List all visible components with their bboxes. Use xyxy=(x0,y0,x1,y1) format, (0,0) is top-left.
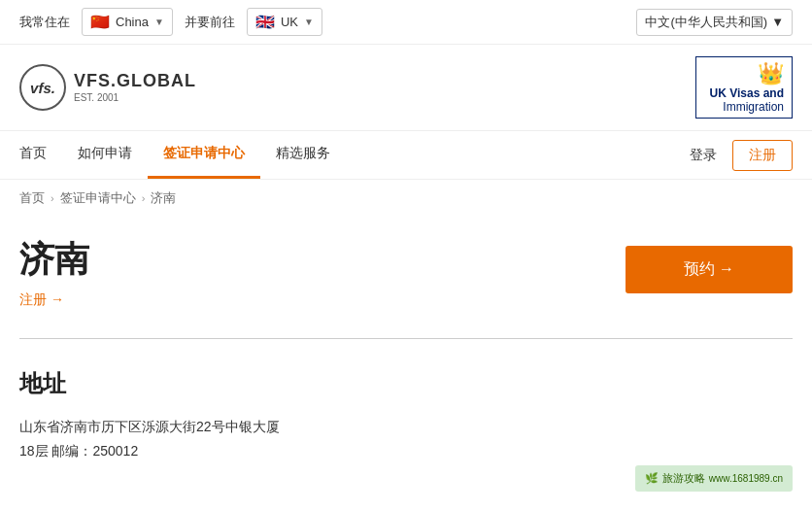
flag-china-icon: 🇨🇳 xyxy=(90,13,110,31)
country-to-value: UK xyxy=(281,15,298,29)
register-link[interactable]: 注册 → xyxy=(19,291,64,309)
nav-how-to-apply[interactable]: 如何申请 xyxy=(62,131,148,179)
address-section-title: 地址 xyxy=(19,368,793,399)
live-in-label: 我常住在 xyxy=(19,14,70,31)
register-button[interactable]: 注册 xyxy=(732,140,793,171)
uk-crown-icon: 👑 xyxy=(758,61,784,86)
logo-text-block: VFS.GLOBAL EST. 2001 xyxy=(74,71,196,104)
flag-uk-icon: 🇬🇧 xyxy=(255,13,275,31)
address-line2: 18层 邮编：250012 xyxy=(19,439,793,463)
nav-visa-center[interactable]: 签证申请中心 xyxy=(148,131,260,179)
country-to-select[interactable]: 🇬🇧 UK ▼ xyxy=(247,8,322,36)
watermark-text1: 旅游攻略 xyxy=(662,471,705,486)
address-section: 地址 山东省济南市历下区泺源大街22号中银大厦 18层 邮编：250012 xyxy=(19,368,793,463)
country-from-select[interactable]: 🇨🇳 China ▼ xyxy=(82,8,173,36)
logo-name: VFS.GLOBAL xyxy=(74,71,196,92)
address-text: 山东省济南市历下区泺源大街22号中银大厦 18层 邮编：250012 xyxy=(19,415,793,463)
uk-logo-line2: Immigration xyxy=(723,100,784,114)
top-bar: 我常住在 🇨🇳 China ▼ 并要前往 🇬🇧 UK ▼ 中文(中华人民共和国)… xyxy=(0,0,812,45)
login-button[interactable]: 登录 xyxy=(674,139,732,172)
chevron-down-icon-3: ▼ xyxy=(771,15,784,29)
uk-visa-logo: 👑 UK Visas and Immigration xyxy=(695,56,793,119)
watermark-text2: www.1681989.cn xyxy=(709,473,783,484)
nav-services[interactable]: 精选服务 xyxy=(260,131,346,179)
language-value: 中文(中华人民共和国) xyxy=(645,14,767,31)
breadcrumb-visa-center[interactable]: 签证申请中心 xyxy=(60,189,136,207)
address-line1: 山东省济南市历下区泺源大街22号中银大厦 xyxy=(19,415,793,439)
navigation: 首页 如何申请 签证申请中心 精选服务 登录 注册 xyxy=(0,131,812,180)
section-divider xyxy=(19,338,793,339)
header: vfs. VFS.GLOBAL EST. 2001 👑 UK Visas and… xyxy=(0,45,812,131)
book-appointment-button[interactable]: 预约 → xyxy=(626,246,793,293)
nav-home[interactable]: 首页 xyxy=(19,131,62,179)
city-info: 济南 注册 → xyxy=(19,236,89,309)
main-content: 济南 注册 → 预约 → 地址 山东省济南市历下区泺源大街22号中银大厦 18层… xyxy=(0,217,812,493)
breadcrumb-sep-1: › xyxy=(51,192,54,204)
breadcrumb-home[interactable]: 首页 xyxy=(19,189,45,207)
chevron-down-icon-2: ▼ xyxy=(304,17,314,27)
logo: vfs. VFS.GLOBAL EST. 2001 xyxy=(19,64,196,111)
city-title: 济南 xyxy=(19,236,89,284)
city-header: 济南 注册 → 预约 → xyxy=(19,236,793,309)
country-from-value: China xyxy=(116,15,149,29)
breadcrumb: 首页 › 签证申请中心 › 济南 xyxy=(0,180,812,217)
chevron-down-icon: ▼ xyxy=(154,17,164,27)
watermark: 🌿 旅游攻略 www.1681989.cn xyxy=(635,465,793,492)
breadcrumb-current: 济南 xyxy=(151,189,176,207)
top-bar-left: 我常住在 🇨🇳 China ▼ 并要前往 🇬🇧 UK ▼ xyxy=(19,8,636,36)
language-select[interactable]: 中文(中华人民共和国) ▼ xyxy=(636,9,793,36)
uk-logo-line1: UK Visas and xyxy=(710,86,784,100)
going-to-label: 并要前往 xyxy=(185,14,235,31)
watermark-icon: 🌿 xyxy=(645,472,659,485)
top-bar-right: 中文(中华人民共和国) ▼ xyxy=(636,9,793,36)
logo-circle: vfs. xyxy=(19,64,66,111)
logo-est: EST. 2001 xyxy=(74,92,196,104)
logo-vfs-text: vfs. xyxy=(30,80,55,96)
breadcrumb-sep-2: › xyxy=(142,192,146,204)
